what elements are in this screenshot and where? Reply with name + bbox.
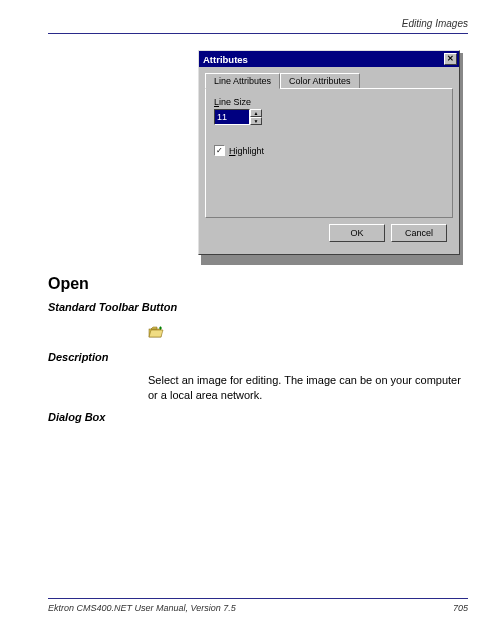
close-icon[interactable]: ✕ (444, 53, 457, 65)
header-rule (48, 33, 468, 34)
tab-line-attributes[interactable]: Line Attributes (205, 73, 280, 89)
subheading-toolbar: Standard Toolbar Button (48, 301, 468, 313)
description-text: Select an image for editing. The image c… (48, 373, 468, 403)
section-heading-open: Open (48, 275, 468, 293)
cancel-button[interactable]: Cancel (391, 224, 447, 242)
tab-strip: Line Attributes Color Attributes (205, 73, 453, 88)
spinner-up-icon[interactable]: ▲ (250, 109, 262, 117)
attributes-dialog: Attributes ✕ Line Attributes Color Attri… (198, 50, 460, 255)
line-size-label: Line Size (214, 97, 444, 107)
svg-marker-2 (149, 330, 163, 337)
subheading-description: Description (48, 351, 468, 363)
line-size-field: Line Size 11 ▲ ▼ (214, 97, 444, 125)
dialog-titlebar: Attributes ✕ (199, 51, 459, 67)
ok-button[interactable]: OK (329, 224, 385, 242)
footer-manual-title: Ektron CMS400.NET User Manual, Version 7… (48, 603, 236, 613)
footer-page-number: 705 (453, 603, 468, 613)
header-section-label: Editing Images (48, 18, 468, 33)
tab-panel: Line Size 11 ▲ ▼ ✓ H (205, 88, 453, 218)
dialog-screenshot: Attributes ✕ Line Attributes Color Attri… (48, 50, 468, 255)
svg-marker-1 (151, 327, 157, 329)
highlight-label: Highlight (229, 146, 264, 156)
subheading-dialogbox: Dialog Box (48, 411, 468, 423)
dialog-title: Attributes (203, 54, 248, 65)
highlight-row: ✓ Highlight (214, 145, 444, 156)
spinner-down-icon[interactable]: ▼ (250, 117, 262, 125)
open-folder-icon (148, 325, 162, 337)
tab-color-attributes[interactable]: Color Attributes (280, 73, 360, 88)
highlight-checkbox[interactable]: ✓ (214, 145, 225, 156)
toolbar-icon-sample (48, 323, 468, 341)
dialog-button-row: OK Cancel (205, 218, 453, 248)
footer-rule (48, 598, 468, 599)
line-size-value: 11 (215, 110, 249, 124)
page-footer: Ektron CMS400.NET User Manual, Version 7… (48, 598, 468, 613)
line-size-input[interactable]: 11 (214, 109, 250, 125)
